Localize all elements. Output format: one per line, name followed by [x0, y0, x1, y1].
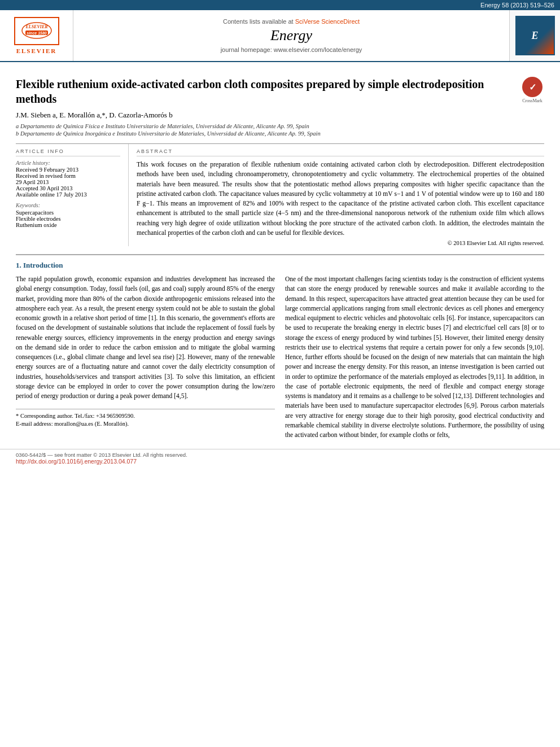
intro-body: The rapid population growth, economic ex… — [16, 274, 544, 443]
journal-header-center: Contents lists available at SciVerse Sci… — [73, 10, 509, 61]
article-title: Flexible ruthenium oxide-activated carbo… — [16, 77, 515, 106]
affiliation-a: a Departamento de Química Física e Insti… — [16, 123, 544, 129]
issn-line: 0360-5442/$ — see front matter © 2013 El… — [16, 452, 544, 458]
article-title-section: Flexible ruthenium oxide-activated carbo… — [16, 77, 544, 106]
bottom-bar: 0360-5442/$ — see front matter © 2013 El… — [0, 449, 560, 467]
abstract-col: ABSTRACT This work focuses on the prepar… — [129, 144, 544, 246]
journal-name-display: Energy — [270, 27, 312, 44]
article-info-col: ARTICLE INFO Article history: Received 9… — [16, 144, 129, 246]
keywords-label: Keywords: — [16, 202, 120, 208]
introduction-section: 1. Introduction The rapid population gro… — [16, 254, 544, 443]
sciverse-line: Contents lists available at SciVerse Sci… — [223, 18, 360, 25]
received-value: Received 9 February 2013 — [16, 167, 120, 173]
journal-logo-box: E — [509, 10, 560, 61]
keyword-3: Ruthenium oxide — [16, 222, 120, 228]
crossmark-badge: ✓ CrossMark — [520, 77, 544, 103]
elsevier-emblem: ELSEVIER since 1580 — [14, 17, 59, 45]
intro-title: 1. Introduction — [16, 261, 544, 270]
crossmark-circle: ✓ — [522, 77, 542, 97]
doi-line: http://dx.doi.org/10.1016/j.energy.2013.… — [16, 458, 544, 465]
sciverse-link[interactable]: SciVerse ScienceDirect — [295, 18, 360, 25]
available-value: Available online 17 July 2013 — [16, 191, 120, 198]
footnote-area: * Corresponding author. Tel./fax: +34 96… — [16, 409, 275, 427]
corresponding-author-note: * Corresponding author. Tel./fax: +34 96… — [16, 413, 275, 419]
abstract-heading: ABSTRACT — [137, 148, 544, 156]
intro-left-col: The rapid population growth, economic ex… — [16, 274, 275, 443]
svg-text:since 1580: since 1580 — [27, 31, 47, 35]
revised-label: Received in revised form — [16, 173, 120, 179]
article-info-abstract-section: ARTICLE INFO Article history: Received 9… — [16, 143, 544, 246]
authors-line: J.M. Sieben a, E. Morallón a,*, D. Cazor… — [16, 111, 544, 120]
journal-logo-img: E — [515, 16, 555, 55]
elsevier-logo-box: ELSEVIER since 1580 ELSEVIER — [0, 10, 73, 61]
intro-left-text: The rapid population growth, economic ex… — [16, 274, 275, 401]
top-bar: Energy 58 (2013) 519–526 — [0, 0, 560, 10]
journal-homepage: journal homepage: www.elsevier.com/locat… — [221, 46, 362, 53]
crossmark-label: CrossMark — [522, 98, 542, 103]
accepted-value: Accepted 30 April 2013 — [16, 185, 120, 191]
revised-date: 29 April 2013 — [16, 179, 120, 185]
intro-right-text: One of the most important challenges fac… — [285, 274, 544, 440]
intro-right-col: One of the most important challenges fac… — [285, 274, 544, 443]
article-info-heading: ARTICLE INFO — [16, 148, 120, 156]
header-area: ELSEVIER since 1580 ELSEVIER Contents li… — [0, 10, 560, 62]
abstract-text: This work focuses on the preparation of … — [137, 160, 544, 238]
keyword-2: Flexible electrodes — [16, 216, 120, 222]
copyright-line: © 2013 Elsevier Ltd. All rights reserved… — [137, 240, 544, 246]
doi-link[interactable]: http://dx.doi.org/10.1016/j.energy.2013.… — [16, 458, 137, 465]
affiliation-b: b Departamento de Química Inorgánica e I… — [16, 130, 544, 137]
journal-citation: Energy 58 (2013) 519–526 — [480, 2, 554, 8]
email-note: E-mail address: morallon@ua.es (E. Moral… — [16, 421, 275, 427]
svg-text:ELSEVIER: ELSEVIER — [25, 24, 48, 29]
history-label: Article history: — [16, 160, 120, 166]
elsevier-wordmark: ELSEVIER — [16, 47, 57, 54]
keyword-1: Supercapacitors — [16, 209, 120, 216]
